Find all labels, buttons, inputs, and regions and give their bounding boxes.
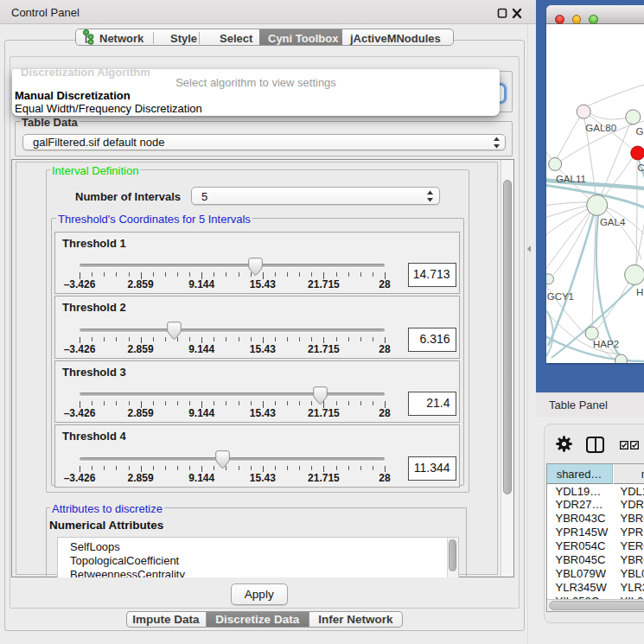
svg-text:H: H: [636, 287, 643, 297]
svg-text:GAL80: GAL80: [585, 122, 616, 132]
svg-text:GAL4: GAL4: [599, 217, 625, 227]
svg-text:G: G: [635, 125, 643, 136]
svg-text:HAP2: HAP2: [593, 339, 619, 349]
svg-text:C: C: [637, 163, 644, 173]
svg-text:GCY1: GCY1: [546, 290, 573, 301]
svg-text:GAL11: GAL11: [555, 174, 585, 184]
